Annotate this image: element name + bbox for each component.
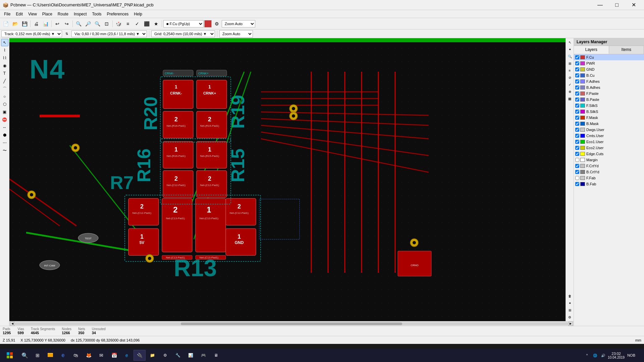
layer-checkbox-13[interactable]	[575, 134, 579, 138]
layer-row-f-paste[interactable]: F.Paste	[574, 90, 644, 97]
drc-button[interactable]: ✓	[133, 19, 142, 28]
add-line-tool[interactable]: ╱	[1, 77, 8, 85]
menu-edit[interactable]: Edit	[13, 11, 25, 17]
taskbar-app12[interactable]: 📊	[184, 350, 197, 361]
track-settings-btn[interactable]: ⇅	[63, 31, 70, 37]
add-circle-tool[interactable]: ○	[1, 93, 8, 100]
tab-layers[interactable]: Layers	[574, 46, 609, 54]
taskbar-app10[interactable]: ⚙	[159, 350, 171, 361]
add-arc-tool[interactable]: ⌒	[1, 85, 8, 93]
layer-checkbox-3[interactable]	[575, 73, 579, 77]
rt-diff-btn[interactable]: ⊕	[567, 88, 573, 95]
layer-row-eco1-user[interactable]: Eco1.User	[574, 139, 644, 145]
rt-highlight-btn[interactable]: ✦	[567, 46, 573, 53]
pcb-canvas[interactable]: N 4 R20 R16 R15 R19 R13 R7	[9, 38, 566, 321]
via-select[interactable]: Via: 0,60 / 0,30 mm (23,6 / 11,8 mils) ▼	[71, 31, 147, 37]
tray-network-icon[interactable]: 🌐	[592, 350, 598, 361]
layer-checkbox-16[interactable]	[575, 152, 579, 156]
layer-checkbox-8[interactable]	[575, 104, 579, 108]
3d-view-button[interactable]: 🎲	[114, 19, 123, 28]
add-text-tool[interactable]: T	[1, 70, 8, 77]
taskbar-pcbnew-button[interactable]: 🔌	[133, 350, 146, 361]
taskbar-search-button[interactable]: 🔍	[19, 350, 31, 361]
add-zone-tool[interactable]: ▣	[1, 108, 8, 116]
taskbar-app13[interactable]: 🎮	[197, 350, 209, 361]
h-scrollbar[interactable]: ◀ ▶	[9, 321, 574, 326]
search-button[interactable]: 🔍	[74, 19, 83, 28]
layer-checkbox-14[interactable]	[575, 140, 579, 144]
open-button[interactable]: 📂	[11, 19, 19, 28]
layer-row-b-cu[interactable]: B.Cu	[574, 72, 644, 78]
cursor-tool[interactable]: ↖	[1, 39, 8, 46]
local-ratsnest-tool[interactable]: ⋯	[1, 139, 8, 146]
menu-inspect[interactable]: Inspect	[71, 11, 90, 17]
taskbar-app9[interactable]: 📁	[146, 350, 158, 361]
layer-row-f-fab[interactable]: F.Fab	[574, 175, 644, 181]
layer-checkbox-18[interactable]	[575, 164, 579, 168]
layer-row-b-crtyd[interactable]: B.CrtYd	[574, 169, 644, 175]
zoom-select[interactable]: Zoom Auto Zoom 50% Zoom 100% Zoom 200%	[222, 20, 255, 27]
taskbar-firefox-button[interactable]: 🦊	[83, 350, 95, 361]
plot-button[interactable]: 📊	[41, 19, 50, 28]
rt-cursor-btn[interactable]: ↖	[567, 39, 573, 46]
menu-preferences[interactable]: Preferences	[104, 11, 131, 17]
layer-row-b-adhes[interactable]: B.Adhes	[574, 84, 644, 90]
add-poly-tool[interactable]: ⬡	[1, 101, 8, 108]
taskbar-edge-button[interactable]: e	[57, 350, 69, 361]
netlist-button[interactable]: ≡	[123, 19, 132, 28]
scroll-right-btn[interactable]: ▶	[568, 322, 573, 326]
scroll-track-h[interactable]	[15, 322, 568, 325]
taskbar-explorer-button[interactable]	[44, 350, 56, 361]
menu-place[interactable]: Place	[40, 11, 55, 17]
layer-row-gnd[interactable]: GND	[574, 66, 644, 72]
start-button[interactable]	[1, 350, 18, 361]
microwave-tool[interactable]: 〜	[1, 147, 8, 154]
tray-show-btn[interactable]: ^	[584, 350, 590, 361]
layer-checkbox-11[interactable]	[575, 122, 579, 126]
layer-checkbox-10[interactable]	[575, 116, 579, 120]
zoom-out-button[interactable]: 🔍	[93, 19, 102, 28]
pad-button[interactable]: ⬛	[142, 19, 151, 28]
layer-row-pwr[interactable]: PWR	[574, 60, 644, 66]
add-keepout-tool[interactable]: ⛔	[1, 116, 8, 123]
rt-delete-btn[interactable]: 🗑	[567, 293, 573, 299]
minimize-button[interactable]: —	[592, 0, 608, 10]
taskbar-taskview-button[interactable]: ⊞	[32, 350, 44, 361]
track-select[interactable]: Track: 0,152 mm (6,00 mils) ▼	[1, 31, 62, 37]
rt-filter-btn[interactable]: ⊞	[567, 60, 573, 67]
highlight-button[interactable]: ★	[152, 19, 160, 28]
layer-checkbox-6[interactable]	[575, 92, 579, 96]
menu-file[interactable]: File	[1, 11, 13, 17]
redo-button[interactable]: ↪	[62, 19, 71, 28]
layer-checkbox-5[interactable]	[575, 85, 579, 89]
zoom-fit-button[interactable]: ⊡	[102, 19, 111, 28]
rt-zoom-btn[interactable]: 🔍	[567, 53, 573, 60]
menu-view[interactable]: View	[25, 11, 40, 17]
layer-row-cmts-user[interactable]: Cmts.User	[574, 133, 644, 139]
rt-grid-btn[interactable]: ⊞	[567, 307, 573, 313]
add-via-tool[interactable]: ◉	[1, 62, 8, 69]
layer-row-eco2-user[interactable]: Eco2.User	[574, 145, 644, 151]
layer-checkbox-9[interactable]	[575, 110, 579, 114]
undo-button[interactable]: ↩	[53, 19, 62, 28]
layer-settings-button[interactable]: ⚙	[212, 19, 221, 28]
tab-items[interactable]: Items	[609, 46, 644, 54]
layer-checkbox-7[interactable]	[575, 98, 579, 102]
rt-drc-btn[interactable]: ✓	[567, 81, 573, 88]
rt-3d-btn[interactable]: ▦	[567, 95, 573, 102]
layer-row-b-fab[interactable]: B.Fab	[574, 181, 644, 187]
layer-checkbox-2[interactable]	[575, 67, 579, 71]
taskbar-calendar-button[interactable]: 📅	[108, 350, 120, 361]
menu-help[interactable]: Help	[131, 11, 145, 17]
maximize-button[interactable]: □	[609, 0, 625, 10]
close-button[interactable]: ✕	[626, 0, 641, 10]
layer-row-b-silks[interactable]: B.SilkS	[574, 109, 644, 115]
taskbar-store-button[interactable]: 🛍	[70, 350, 82, 361]
layer-color-btn[interactable]	[204, 20, 212, 27]
rt-magic-btn[interactable]: ✦	[567, 300, 573, 306]
taskbar-app11[interactable]: 🔧	[172, 350, 184, 361]
place-footprint-tool[interactable]: ⬢	[1, 131, 8, 139]
layer-checkbox-21[interactable]	[575, 182, 579, 186]
scroll-thumb-h[interactable]	[181, 322, 402, 325]
tray-volume-icon[interactable]: 🔊	[600, 350, 606, 361]
